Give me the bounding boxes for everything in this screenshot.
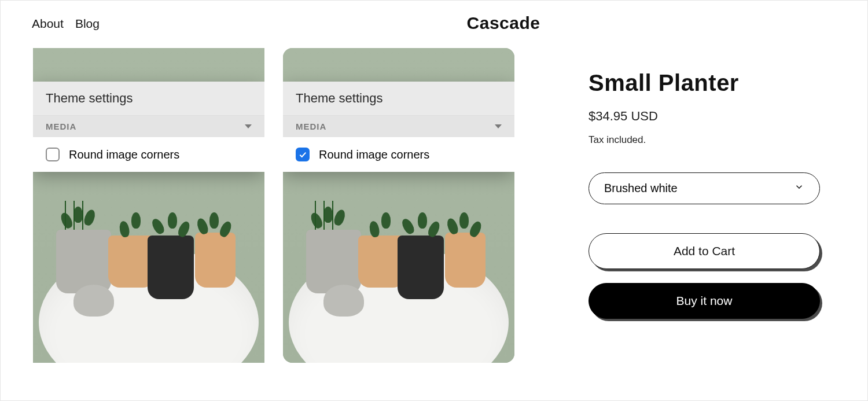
preview-panel-square: Theme settings MEDIA Round image corners bbox=[33, 48, 264, 363]
product-price: $34.95 USD bbox=[589, 109, 820, 124]
popover-title: Theme settings bbox=[283, 82, 514, 116]
tax-note: Tax included. bbox=[589, 134, 820, 146]
chevron-down-icon bbox=[495, 124, 502, 128]
round-corners-row[interactable]: Round image corners bbox=[33, 137, 264, 172]
buy-now-button[interactable]: Buy it now bbox=[589, 283, 820, 319]
section-label: MEDIA bbox=[296, 122, 326, 131]
add-to-cart-button[interactable]: Add to Cart bbox=[589, 233, 820, 269]
variant-selected-label: Brushed white bbox=[604, 182, 678, 195]
nav-blog-link[interactable]: Blog bbox=[75, 17, 100, 31]
media-section-header[interactable]: MEDIA bbox=[283, 116, 514, 137]
brand-logo: Cascade bbox=[467, 13, 540, 33]
variant-select[interactable]: Brushed white bbox=[589, 172, 820, 204]
popover-title: Theme settings bbox=[33, 82, 264, 116]
section-label: MEDIA bbox=[46, 122, 76, 131]
theme-settings-popover: Theme settings MEDIA Round image corners bbox=[283, 82, 514, 172]
chevron-down-icon bbox=[794, 182, 804, 195]
round-corners-label: Round image corners bbox=[69, 148, 179, 161]
round-corners-label: Round image corners bbox=[319, 148, 429, 161]
preview-panel-rounded: Theme settings MEDIA Round image corners bbox=[283, 48, 514, 363]
product-title: Small Planter bbox=[589, 70, 820, 96]
chevron-down-icon bbox=[245, 124, 252, 128]
nav-about-link[interactable]: About bbox=[32, 17, 64, 31]
product-details: Small Planter $34.95 USD Tax included. B… bbox=[589, 70, 820, 333]
comparison-panels: Theme settings MEDIA Round image corners bbox=[33, 48, 514, 363]
round-corners-checkbox[interactable] bbox=[296, 148, 310, 161]
theme-settings-popover: Theme settings MEDIA Round image corners bbox=[33, 82, 264, 172]
round-corners-row[interactable]: Round image corners bbox=[283, 137, 514, 172]
media-section-header[interactable]: MEDIA bbox=[33, 116, 264, 137]
round-corners-checkbox[interactable] bbox=[46, 148, 60, 161]
top-nav: About Blog bbox=[32, 17, 100, 31]
